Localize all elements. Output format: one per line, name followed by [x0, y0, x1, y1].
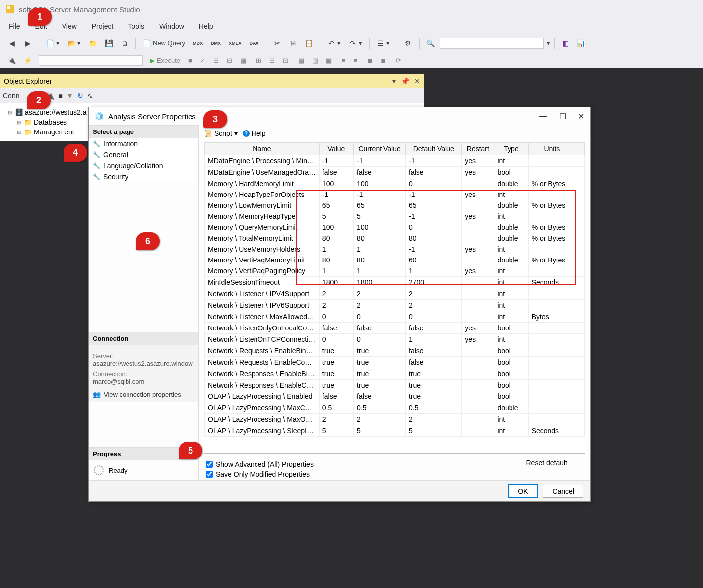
column-header[interactable]: Units: [528, 143, 575, 155]
expand-icon[interactable]: ⊞: [16, 130, 22, 135]
column-header[interactable]: Value: [319, 143, 353, 155]
copy-button[interactable]: ⎘: [286, 38, 300, 49]
column-header[interactable]: Current Value: [354, 143, 406, 155]
pin-icon[interactable]: 📌: [401, 77, 409, 85]
options-button[interactable]: ⚙: [401, 38, 415, 49]
cell: 2: [319, 288, 353, 300]
view-connection-properties-link[interactable]: 👥 View connection properties: [93, 391, 194, 398]
stop-icon: ■: [185, 55, 195, 65]
save-button[interactable]: 💾: [102, 38, 116, 49]
oe-refresh-icon[interactable]: ↻: [77, 92, 83, 100]
connect-label[interactable]: Conn: [3, 92, 19, 100]
cell: 65: [406, 200, 462, 211]
cut-button[interactable]: ✂: [270, 38, 284, 49]
table-row[interactable]: Network \ ListenOnTCPConnections001yesin…: [205, 334, 585, 345]
cell: Memory \ VertiPaqPagingPolicy: [205, 265, 320, 277]
expand-icon[interactable]: ⊞: [16, 120, 22, 125]
close-button[interactable]: ✕: [578, 112, 584, 121]
cell: int: [494, 244, 528, 255]
table-row[interactable]: Memory \ HeapTypeForObjects-1-1-1yesint: [205, 189, 585, 200]
dax-button[interactable]: DAX: [247, 39, 262, 47]
nav-forward-button[interactable]: ▶: [21, 38, 35, 49]
open-file-button[interactable]: 📁: [86, 38, 100, 49]
table-row[interactable]: Memory \ VertiPaqPagingPolicy111yesint: [205, 265, 585, 277]
maximize-button[interactable]: ☐: [559, 112, 566, 121]
table-row[interactable]: Memory \ MemoryHeapType55-1yesint: [205, 211, 585, 222]
search-icon-button[interactable]: 🔍: [424, 38, 438, 49]
collapse-icon[interactable]: ⊟: [7, 110, 13, 115]
dropdown-icon[interactable]: ▾: [392, 77, 396, 85]
grid-scroll[interactable]: NameValueCurrent ValueDefault ValueResta…: [204, 142, 585, 453]
oe-filter-icon[interactable]: ▼: [66, 92, 73, 100]
reset-default-button[interactable]: Reset default: [517, 457, 577, 469]
table-row[interactable]: MinIdleSessionTimeout180018002700intSeco…: [205, 277, 585, 288]
table-row[interactable]: Network \ Listener \ IPV4Support222int: [205, 288, 585, 300]
mdx-button[interactable]: MDX: [190, 39, 206, 47]
table-row[interactable]: Network \ Responses \ EnableCo...truetru…: [205, 380, 585, 391]
menu-tools[interactable]: Tools: [122, 20, 150, 32]
chart-button[interactable]: 📊: [575, 38, 588, 49]
oe-activity-icon[interactable]: ∿: [87, 92, 93, 100]
table-row[interactable]: MDataEngine \ Processing \ MinC...-1-1-1…: [205, 155, 585, 167]
properties-button[interactable]: ☰▾: [374, 38, 393, 49]
table-row[interactable]: Memory \ VertiPaqMemoryLimit808060double…: [205, 255, 585, 265]
table-row[interactable]: Memory \ TotalMemoryLimit808080double% o…: [205, 233, 585, 244]
dmx-button[interactable]: DMX: [208, 39, 224, 47]
page-general[interactable]: 🔧General: [89, 149, 198, 160]
script-button[interactable]: 📜 Script ▾: [204, 130, 238, 137]
cell: true: [354, 345, 406, 357]
redo-button[interactable]: ↷▾: [346, 38, 365, 49]
cell: 2: [354, 300, 406, 311]
save-all-button[interactable]: 🗎: [118, 38, 131, 49]
cancel-button[interactable]: Cancel: [543, 485, 583, 498]
column-header[interactable]: Name: [205, 143, 320, 155]
menu-window[interactable]: Window: [153, 20, 190, 32]
ok-button[interactable]: OK: [508, 484, 538, 498]
paste-button[interactable]: 📋: [302, 38, 316, 49]
table-row[interactable]: Memory \ QueryMemoryLimit1001000double% …: [205, 222, 585, 233]
cell: Memory \ QueryMemoryLimit: [205, 222, 320, 233]
menu-file[interactable]: File: [3, 20, 26, 32]
table-row[interactable]: Memory \ HardMemoryLimit1001000double% o…: [205, 178, 585, 190]
cell: -1: [406, 189, 462, 200]
help-button[interactable]: ? Help: [243, 130, 266, 137]
search-input[interactable]: [440, 38, 544, 49]
cell: % or Bytes: [528, 233, 575, 244]
close-panel-icon[interactable]: ✕: [414, 77, 420, 85]
open-button[interactable]: 📂▾: [64, 38, 84, 49]
oe-stop-icon[interactable]: ■: [58, 92, 62, 100]
page-information[interactable]: 🔧Information: [89, 138, 198, 149]
cell: [528, 167, 575, 178]
page-security[interactable]: 🔧Security: [89, 171, 198, 182]
table-row[interactable]: OLAP \ LazyProcessing \ SleepInt...555in…: [205, 425, 585, 437]
properties-grid: NameValueCurrent ValueDefault ValueResta…: [204, 142, 585, 437]
table-row[interactable]: Network \ ListenOnlyOnLocalConn...falsef…: [205, 323, 585, 334]
table-row[interactable]: OLAP \ LazyProcessing \ MaxObje...222int: [205, 414, 585, 425]
table-row[interactable]: Network \ Listener \ IPV6Support222int: [205, 300, 585, 311]
cell: [462, 255, 494, 265]
menu-project[interactable]: Project: [86, 20, 120, 32]
page-language-collation[interactable]: 🔧Language/Collation: [89, 160, 198, 171]
column-header[interactable]: Restart: [462, 143, 494, 155]
table-row[interactable]: OLAP \ LazyProcessing \ MaxCPU...0.50.50…: [205, 402, 585, 414]
table-row[interactable]: OLAP \ LazyProcessing \ Enabledfalsefals…: [205, 391, 585, 402]
column-header[interactable]: Type: [494, 143, 528, 155]
table-row[interactable]: Network \ Responses \ EnableBin...truetr…: [205, 368, 585, 380]
table-row[interactable]: Network \ Listener \ MaxAllowedRe...000i…: [205, 311, 585, 323]
menu-help[interactable]: Help: [193, 20, 219, 32]
new-query-button[interactable]: 📄New Query: [140, 38, 188, 49]
menu-view[interactable]: View: [56, 20, 83, 32]
column-header[interactable]: Default Value: [406, 143, 462, 155]
undo-button[interactable]: ↶▾: [324, 38, 344, 49]
new-item-button[interactable]: 📄▾: [43, 38, 63, 49]
table-row[interactable]: Network \ Requests \ EnableComp...truetr…: [205, 357, 585, 368]
extensions-button[interactable]: ◧: [559, 38, 573, 49]
table-row[interactable]: Memory \ LowMemoryLimit656565double% or …: [205, 200, 585, 211]
table-row[interactable]: Network \ Requests \ EnableBinar...truet…: [205, 345, 585, 357]
minimize-button[interactable]: —: [539, 112, 547, 121]
xmla-button[interactable]: XMLA: [226, 39, 245, 47]
table-row[interactable]: MDataEngine \ UseManagedOracl...falsefal…: [205, 167, 585, 178]
table-row[interactable]: Memory \ UseMemoryHolders11-1yesint: [205, 244, 585, 255]
cell: [462, 380, 494, 391]
nav-back-button[interactable]: ◀: [5, 38, 19, 49]
